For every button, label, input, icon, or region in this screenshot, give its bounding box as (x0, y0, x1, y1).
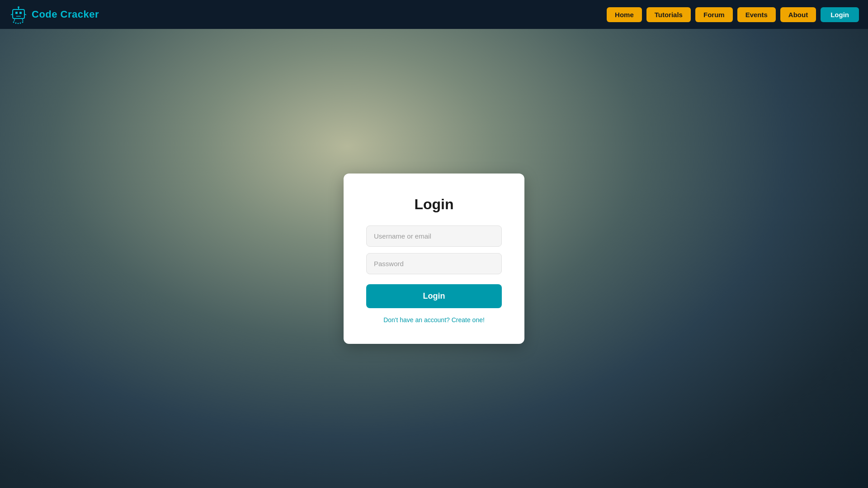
brand-logo[interactable]: Code Cracker (9, 5, 99, 24)
nav-forum-button[interactable]: Forum (695, 7, 733, 22)
svg-point-12 (18, 23, 19, 24)
nav-about-button[interactable]: About (780, 7, 816, 22)
login-title: Login (414, 196, 453, 213)
username-input[interactable] (366, 225, 502, 247)
svg-rect-1 (15, 12, 18, 14)
password-form-group (366, 253, 502, 274)
svg-point-5 (18, 6, 19, 8)
navbar: Code Cracker Home Tutorials Forum Events… (0, 0, 868, 29)
main-content: Login Login Don't have an account? Creat… (0, 29, 868, 488)
username-form-group (366, 225, 502, 247)
brand-title: Code Cracker (32, 9, 99, 20)
nav-login-button[interactable]: Login (821, 7, 859, 22)
svg-point-14 (22, 22, 24, 23)
brand-icon (9, 5, 28, 24)
svg-point-11 (15, 23, 17, 24)
svg-rect-2 (19, 12, 22, 14)
svg-rect-0 (13, 9, 24, 19)
nav-events-button[interactable]: Events (737, 7, 776, 22)
nav-buttons: Home Tutorials Forum Events About Login (607, 7, 859, 22)
nav-home-button[interactable]: Home (607, 7, 642, 22)
login-submit-button[interactable]: Login (366, 284, 502, 308)
nav-tutorials-button[interactable]: Tutorials (646, 7, 691, 22)
svg-point-10 (13, 22, 14, 23)
create-account-link[interactable]: Don't have an account? Create one! (383, 316, 485, 324)
svg-point-13 (20, 23, 21, 24)
password-input[interactable] (366, 253, 502, 274)
login-card: Login Login Don't have an account? Creat… (344, 174, 524, 344)
